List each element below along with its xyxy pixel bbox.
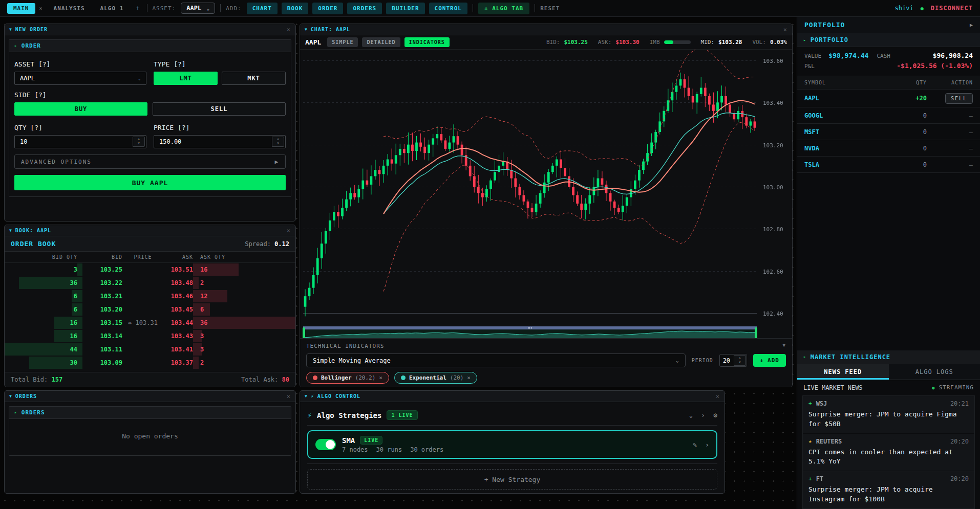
tab-algo-logs[interactable]: ALGO LOGS	[889, 364, 980, 380]
close-icon[interactable]: ×	[287, 26, 291, 33]
bid-qty-value: 36	[70, 279, 77, 286]
chevron-right-icon[interactable]: ›	[701, 411, 705, 419]
positions-table: AAPL+20SELLGOOGL0—MSFT0—NVDA0—TSLA0—	[797, 90, 980, 173]
ask-depth-bar	[193, 290, 227, 302]
sell-position-button[interactable]: SELL	[945, 93, 973, 104]
period-input-wrap: ˄ ˅	[719, 354, 747, 367]
chart-view-simple-button[interactable]: SIMPLE	[327, 37, 358, 47]
order-type-mkt-button[interactable]: MKT	[222, 72, 286, 85]
orders-panel-header[interactable]: ▼ ORDERS ×	[5, 391, 295, 402]
order-book-row: 30103.09103.372	[5, 356, 295, 369]
new-strategy-button[interactable]: + New Strategy	[307, 469, 717, 490]
buy-aapl-button[interactable]: BUY AAPL	[14, 175, 286, 190]
algo-control-body: ⚡ Algo Strategies 1 LIVE ⌄ › ⚙ SMA LIVE …	[300, 402, 725, 494]
add-control-button[interactable]: CONTROL	[429, 3, 467, 14]
strategy-card-sma[interactable]: SMA LIVE 7 nodes30 runs30 orders ✎ ›	[307, 430, 717, 459]
position-qty: +20	[886, 95, 927, 102]
chevron-right-icon[interactable]: ›	[705, 441, 709, 449]
side-buy-button[interactable]: BUY	[14, 102, 147, 116]
add-algo-tab-button[interactable]: + ALGO TAB	[478, 3, 529, 14]
collapse-icon[interactable]: ▼	[783, 343, 786, 349]
price-input[interactable]	[154, 136, 271, 148]
remove-indicator-icon[interactable]: ×	[379, 374, 382, 381]
chart-view-indicators-button[interactable]: INDICATORS	[404, 37, 450, 47]
collapse-icon[interactable]: ▼	[305, 27, 308, 32]
news-item[interactable]: +WSJ20:21Surprise merger: JPM to acquire…	[803, 396, 974, 434]
order-book-panel-header[interactable]: ▼ BOOK: AAPL ×	[5, 225, 295, 236]
reset-button[interactable]: RESET	[540, 5, 560, 12]
asset-label: ASSET:	[153, 5, 176, 12]
tab-analysis[interactable]: ANALYSIS	[49, 3, 90, 14]
sidebar-spacer	[797, 173, 980, 350]
disconnect-button[interactable]: DISCONNECT	[931, 5, 973, 12]
vol-value: 0.03%	[770, 39, 787, 46]
chevron-down-icon[interactable]: ⌄	[689, 411, 693, 419]
order-type-lmt-button[interactable]: LMT	[154, 72, 218, 85]
candlestick-chart-canvas[interactable]	[300, 50, 792, 339]
bid-qty-cell: 36	[5, 276, 82, 290]
chart-view-detailed-button[interactable]: DETAILED	[362, 37, 400, 47]
add-builder-button[interactable]: BUILDER	[386, 3, 424, 14]
add-orders-button[interactable]: ORDERS	[347, 3, 382, 14]
mid-price-marker	[122, 329, 163, 343]
pencil-icon[interactable]: ✎	[693, 441, 697, 449]
qty-stepper[interactable]: ˄ ˅	[133, 137, 145, 147]
spin-down-icon[interactable]: ˅	[277, 142, 279, 145]
add-indicator-button[interactable]: + ADD	[753, 354, 786, 367]
period-stepper[interactable]: ˄ ˅	[734, 355, 746, 366]
indicator-chip-bollinger[interactable]: Bollinger(20,2)×	[306, 372, 389, 384]
expand-right-icon[interactable]: ▶	[970, 22, 973, 28]
positions-column-headers: SYMBOL QTY ACTION	[797, 76, 980, 90]
value-label: VALUE	[804, 53, 821, 59]
side-sell-button[interactable]: SELL	[153, 102, 286, 116]
order-section-title: ORDER	[22, 42, 41, 49]
news-time: 20:20	[950, 438, 969, 445]
tab-close-icon[interactable]: ×	[39, 6, 42, 11]
side-field-label: SIDE [?]	[14, 91, 286, 99]
order-book-subheader: ORDER BOOK Spread: 0.12	[5, 236, 295, 252]
add-order-button[interactable]: ORDER	[312, 3, 343, 14]
spin-down-icon[interactable]: ˅	[138, 142, 140, 145]
close-icon[interactable]: ×	[716, 393, 720, 400]
algo-control-panel-header[interactable]: ▼ ⚡ ALGO CONTROL ×	[300, 391, 725, 402]
asset-select[interactable]: AAPL ⌄	[181, 3, 215, 14]
indicator-select[interactable]: Simple Moving Average ⌄	[306, 353, 686, 367]
strategy-toggle[interactable]	[315, 439, 336, 450]
add-chart-button[interactable]: CHART	[247, 3, 278, 14]
spin-down-icon[interactable]: ˅	[739, 361, 741, 364]
collapse-icon[interactable]: ▼	[9, 394, 12, 399]
period-input[interactable]	[720, 355, 733, 366]
close-icon[interactable]: ×	[783, 26, 787, 33]
add-tab-icon[interactable]: +	[134, 5, 141, 12]
chart-panel-header[interactable]: ▼ CHART: AAPL ×	[300, 24, 792, 35]
news-item[interactable]: +FT20:20Surprise merger: JPM to acquire …	[803, 471, 974, 508]
add-book-button[interactable]: BOOK	[282, 3, 309, 14]
chart-toolbar: AAPL SIMPLEDETAILEDINDICATORS BID: $103.…	[300, 35, 792, 50]
chevron-down-icon: ⌄	[676, 358, 679, 363]
close-icon[interactable]: ×	[287, 393, 291, 400]
new-order-panel-header[interactable]: ▼ NEW ORDER ×	[5, 24, 295, 35]
order-book-footer: Total Bid: 157 Total Ask: 80	[5, 372, 295, 387]
close-icon[interactable]: ×	[287, 227, 291, 234]
mid-price-marker	[122, 290, 163, 303]
order-asset-select[interactable]: AAPL ⌄	[14, 72, 146, 85]
news-item[interactable]: ★REUTERS20:20CPI comes in cooler than ex…	[803, 434, 974, 472]
collapse-icon[interactable]: ▼	[305, 394, 308, 399]
indicator-chip-exponential[interactable]: Exponential(20)×	[394, 372, 477, 384]
collapse-icon[interactable]: ▼	[9, 228, 12, 233]
qty-input[interactable]	[15, 136, 132, 148]
live-news-label: LIVE MARKET NEWS	[803, 384, 863, 391]
collapse-icon[interactable]: ▼	[9, 27, 12, 32]
price-stepper[interactable]: ˄ ˅	[272, 137, 284, 147]
tab-news-feed[interactable]: NEWS FEED	[797, 364, 889, 380]
tab-algo-1[interactable]: ALGO 1	[95, 3, 129, 14]
portfolio-header: PORTFOLIO ▶	[797, 17, 980, 33]
ask-depth-bar	[193, 277, 199, 289]
tab-main[interactable]: MAIN	[7, 3, 35, 14]
technical-indicators-section: TECHNICAL INDICATORS ▼ Simple Moving Ave…	[300, 338, 792, 387]
order-book-panel: ▼ BOOK: AAPL × ORDER BOOK Spread: 0.12 B…	[4, 225, 296, 387]
gear-icon[interactable]: ⚙	[713, 411, 717, 419]
remove-indicator-icon[interactable]: ×	[467, 374, 471, 381]
position-qty: 0	[886, 128, 927, 136]
advanced-options-toggle[interactable]: ADVANCED OPTIONS ▶	[14, 154, 286, 169]
